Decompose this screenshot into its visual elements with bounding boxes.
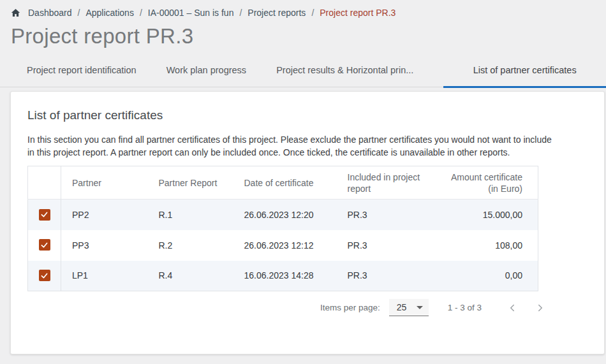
tab-list-of-partner-certificates[interactable]: List of partner certificates <box>443 60 606 88</box>
cell-partner-report: R.4 <box>159 261 244 291</box>
page-title: Project report PR.3 <box>11 24 606 48</box>
cell-amount: 15.000,00 <box>440 200 538 230</box>
items-per-page-value: 25 <box>397 302 407 312</box>
cell-date: 26.06.2023 12:12 <box>244 230 348 261</box>
column-header-partner: Partner <box>61 166 159 200</box>
chevron-left-icon <box>506 302 518 314</box>
partner-certificates-panel: List of partner certificates In this sec… <box>10 91 605 354</box>
table-row: PP3 R.2 26.06.2023 12:12 PR.3 108,00 <box>28 230 538 261</box>
table-header-row: Partner Partner Report Date of certifica… <box>28 166 538 200</box>
breadcrumb-link-applications[interactable]: Applications <box>85 8 134 18</box>
cell-included: PR.3 <box>348 230 440 261</box>
tab-project-report-identification[interactable]: Project report identification <box>27 60 137 88</box>
previous-page-button[interactable] <box>505 300 520 316</box>
paginator: Items per page: 25 1 - 3 of 3 <box>27 299 548 316</box>
cell-included: PR.3 <box>348 200 440 230</box>
page-range-label: 1 - 3 of 3 <box>448 303 482 312</box>
column-header-amount: Amount certificate (in Euro) <box>440 166 538 200</box>
row-checkbox[interactable] <box>39 239 50 251</box>
row-checkbox[interactable] <box>39 270 50 281</box>
dropdown-arrow-icon <box>417 306 423 309</box>
breadcrumb-separator: / <box>311 8 314 18</box>
breadcrumb-separator: / <box>140 8 142 18</box>
column-header-partner-report: Partner Report <box>159 166 244 200</box>
tab-work-plan-progress[interactable]: Work plan progress <box>166 60 246 88</box>
section-description: In this section you can find all partner… <box>27 133 552 159</box>
chevron-right-icon <box>535 302 546 314</box>
breadcrumb: Dashboard / Applications / IA-00001 – Su… <box>0 0 606 18</box>
cell-partner-report: R.1 <box>159 200 244 230</box>
next-page-button[interactable] <box>533 300 548 316</box>
cell-included: PR.3 <box>348 261 440 291</box>
cell-partner: PP2 <box>61 200 159 230</box>
cell-partner: LP1 <box>61 261 159 291</box>
cell-amount: 108,00 <box>440 230 538 261</box>
breadcrumb-separator: / <box>239 8 242 18</box>
tab-bar: Project report identification Work plan … <box>0 60 606 87</box>
breadcrumb-current: Project report PR.3 <box>320 8 395 18</box>
column-header-date: Date of certificate <box>244 166 348 200</box>
breadcrumb-link-dashboard[interactable]: Dashboard <box>28 8 72 18</box>
partner-certificates-table: Partner Partner Report Date of certifica… <box>27 166 538 291</box>
tab-project-results[interactable]: Project results & Horizontal prin... <box>276 60 413 88</box>
cell-partner: PP3 <box>61 230 159 261</box>
breadcrumb-separator: / <box>78 8 80 18</box>
column-header-checkbox <box>28 166 61 200</box>
cell-amount: 0,00 <box>440 261 538 291</box>
cell-partner-report: R.2 <box>159 230 244 261</box>
table-row: PP2 R.1 26.06.2023 12:20 PR.3 15.000,00 <box>28 200 538 230</box>
table-row: LP1 R.4 16.06.2023 14:28 PR.3 0,00 <box>28 261 538 291</box>
breadcrumb-link-application[interactable]: IA-00001 – Sun is fun <box>148 8 234 18</box>
column-header-included: Included in project report <box>348 166 440 200</box>
section-heading: List of partner certificates <box>27 108 588 122</box>
cell-date: 16.06.2023 14:28 <box>244 261 348 291</box>
items-per-page-select[interactable]: 25 <box>389 299 429 316</box>
home-icon[interactable] <box>10 8 21 18</box>
items-per-page-label: Items per page: <box>320 303 380 312</box>
row-checkbox[interactable] <box>39 209 50 221</box>
cell-date: 26.06.2023 12:20 <box>244 200 348 230</box>
breadcrumb-link-project-reports[interactable]: Project reports <box>248 8 306 18</box>
